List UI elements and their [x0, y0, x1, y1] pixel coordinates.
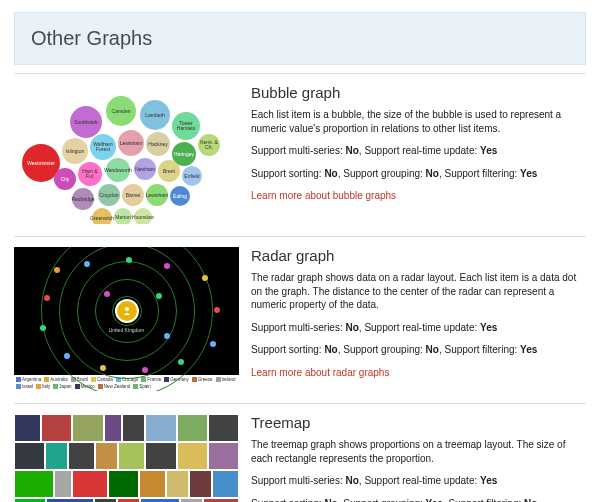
bubble-item: Camden — [106, 96, 136, 126]
treemap-cell — [139, 470, 166, 498]
learn-more-radar[interactable]: Learn more about radar graphs — [251, 367, 389, 378]
radar-dot — [104, 291, 110, 297]
treemap-cell — [72, 470, 107, 498]
treemap-cell — [41, 414, 72, 442]
legend-item: Italy — [36, 384, 50, 389]
treemap-cell — [145, 414, 176, 442]
radar-graph-info: Radar graph The radar graph shows data o… — [251, 247, 586, 391]
feature-line-1: Support multi-series: No, Support real-t… — [251, 321, 586, 335]
legend-item: Argentina — [16, 377, 41, 382]
treemap-cell — [54, 470, 73, 498]
treemap-info: Treemap The treemap graph shows proporti… — [251, 414, 586, 502]
bubble-item: Lewisham — [118, 130, 144, 156]
radar-dot — [178, 359, 184, 365]
legend-item: Greece — [192, 377, 213, 382]
feature-line-2: Support sorting: No, Support grouping: N… — [251, 167, 586, 181]
bubble-item: Brent — [158, 160, 180, 182]
bubble-item: Merton — [114, 208, 132, 224]
radar-dot — [54, 267, 60, 273]
page-title: Other Graphs — [31, 27, 569, 50]
treemap-cell — [108, 470, 139, 498]
treemap-cell — [104, 414, 123, 442]
radar-center-label: United Kingdom — [109, 327, 145, 333]
page-header: Other Graphs — [14, 12, 586, 65]
treemap-cell — [177, 414, 208, 442]
treemap-cell — [189, 470, 212, 498]
legend-item: Australia — [44, 377, 68, 382]
bubble-item: Islington — [62, 138, 88, 164]
radar-center-icon — [115, 299, 139, 323]
bubble-graph-thumbnail: WestminsterSouthwarkCamdenLambethTower H… — [14, 84, 239, 224]
treemap-cell — [145, 442, 176, 470]
treemap-cell — [203, 498, 239, 502]
treemap-cell — [45, 442, 68, 470]
feature-line-1: Support multi-series: No, Support real-t… — [251, 474, 586, 488]
feature-line-2: Support sorting: No, Support grouping: N… — [251, 343, 586, 357]
bubble-item: Greenwich — [92, 208, 112, 224]
page: Other Graphs WestminsterSouthwarkCamdenL… — [0, 0, 600, 502]
treemap-cell — [140, 498, 180, 502]
treemap-cell — [72, 414, 103, 442]
feature-line-1: Support multi-series: No, Support real-t… — [251, 144, 586, 158]
bubble-item: Hounslow — [134, 208, 152, 224]
bubble-item: Hackney — [146, 132, 170, 156]
treemap-row — [14, 414, 239, 442]
bubble-item: Kens. & Ch. — [198, 134, 220, 156]
treemap-cell — [95, 442, 118, 470]
section-radar-graph: United Kingdom ArgentinaAustraliaBrazilC… — [14, 236, 586, 403]
bubble-item: Southwark — [70, 106, 102, 138]
bubble-item: Tower Hamlets — [172, 112, 200, 140]
bubble-item: Barnet — [122, 184, 144, 206]
radar-dot — [44, 295, 50, 301]
bubble-item: Ham & Ful. — [78, 162, 102, 186]
bubble-item: City — [54, 168, 76, 190]
bubble-item: Wandsworth — [106, 158, 130, 182]
treemap-cell — [117, 498, 140, 502]
treemap-cell — [208, 442, 239, 470]
treemap-cell — [208, 414, 239, 442]
treemap-row — [14, 470, 239, 498]
bubble-item: Redbridge — [72, 188, 94, 210]
treemap-cell — [14, 498, 46, 502]
treemap-cell — [177, 442, 208, 470]
section-description: The treemap graph shows proportions on a… — [251, 438, 586, 465]
radar-dot — [156, 293, 162, 299]
radar-graph-thumbnail: United Kingdom ArgentinaAustraliaBrazilC… — [14, 247, 239, 391]
radar-dot — [84, 261, 90, 267]
radar-dot — [164, 333, 170, 339]
bubble-item: Ealing — [170, 186, 190, 206]
radar-dot — [202, 275, 208, 281]
radar-dot — [214, 307, 220, 313]
svg-point-0 — [125, 307, 129, 311]
treemap-cell — [94, 498, 117, 502]
treemap-row — [14, 498, 239, 502]
radar-dot — [142, 367, 148, 373]
treemap-cell — [14, 470, 54, 498]
radar-dot — [100, 365, 106, 371]
section-description: The radar graph shows data on a radar la… — [251, 271, 586, 312]
section-bubble-graph: WestminsterSouthwarkCamdenLambethTower H… — [14, 73, 586, 236]
treemap-cell — [14, 414, 41, 442]
radar-dot — [64, 353, 70, 359]
legend-item: Japan — [53, 384, 71, 389]
treemap-cell — [46, 498, 94, 502]
learn-more-bubble[interactable]: Learn more about bubble graphs — [251, 190, 396, 201]
legend-item: Israel — [16, 384, 33, 389]
treemap-cell — [212, 470, 239, 498]
radar-dot — [40, 325, 46, 331]
radar-dot — [210, 341, 216, 347]
bubble-item: Croydon — [98, 184, 120, 206]
bubble-item: Enfield — [182, 166, 202, 186]
section-title: Bubble graph — [251, 84, 586, 101]
treemap-cell — [122, 414, 145, 442]
treemap-row — [14, 442, 239, 470]
bubble-graph-info: Bubble graph Each list item is a bubble,… — [251, 84, 586, 224]
section-description: Each list item is a bubble, the size of … — [251, 108, 586, 135]
treemap-cell — [118, 442, 145, 470]
treemap-cell — [166, 470, 189, 498]
feature-line-2: Support sorting: No, Support grouping: Y… — [251, 497, 586, 503]
legend-item: Ireland — [216, 377, 236, 382]
bubble-item: Newham — [134, 158, 156, 180]
treemap-thumbnail — [14, 414, 239, 502]
treemap-cell — [180, 498, 203, 502]
